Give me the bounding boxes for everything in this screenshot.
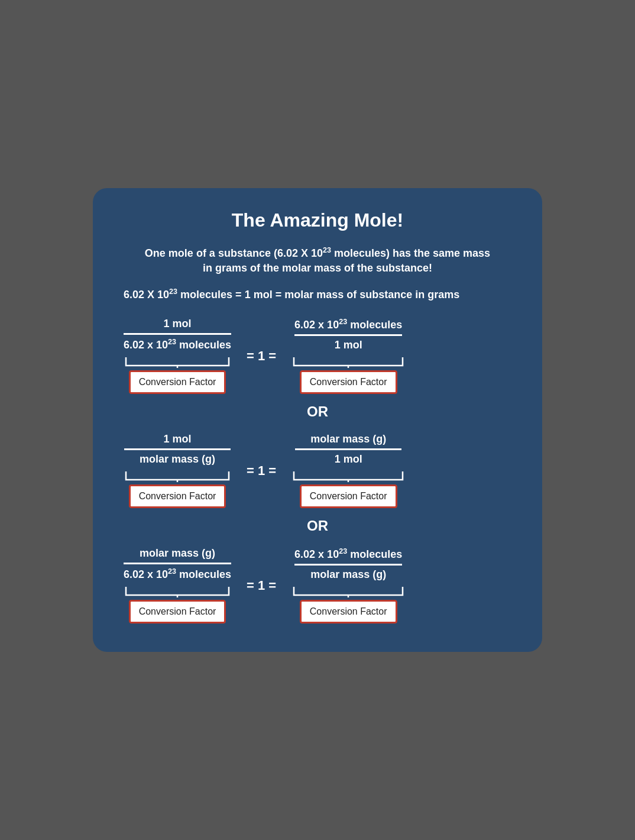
conversion-box-1-left: Conversion Factor <box>129 370 226 394</box>
fraction-right-2: molar mass (g) 1 mol Conversion Factor <box>289 433 407 508</box>
equals-3: = 1 = <box>247 578 276 593</box>
section-2: 1 mol molar mass (g) Conversion Factor =… <box>121 433 514 508</box>
section-3: molar mass (g) 6.02 x 1023 molecules Con… <box>121 547 514 623</box>
section-1: 1 mol 6.02 x 1023 molecules Conversion F… <box>121 318 514 394</box>
equation-line: 6.02 X 1023 molecules = 1 mol = molar ma… <box>121 287 514 301</box>
bracket-svg-3-right <box>289 584 407 597</box>
conversion-box-3-right: Conversion Factor <box>300 600 397 623</box>
frac1-left-num: 1 mol <box>124 318 231 335</box>
main-card: The Amazing Mole! One mole of a substanc… <box>93 188 542 652</box>
conversion-box-3-left: Conversion Factor <box>129 600 226 623</box>
intro-text: One mole of a substance (6.02 X 1023 mol… <box>121 245 514 276</box>
bracket-svg-1-right <box>289 355 407 368</box>
equals-1: = 1 = <box>247 348 276 364</box>
frac2-right-num: molar mass (g) <box>295 433 401 450</box>
frac3-left-den: 6.02 x 1023 molecules <box>124 564 231 581</box>
conversion-box-1-right: Conversion Factor <box>300 370 397 394</box>
pair-block-2: 1 mol molar mass (g) Conversion Factor =… <box>121 433 514 508</box>
bracket-svg-2-right <box>289 469 407 482</box>
conversion-box-2-left: Conversion Factor <box>129 484 226 508</box>
frac2-left-num: 1 mol <box>124 433 231 450</box>
conversion-box-2-right: Conversion Factor <box>300 484 397 508</box>
bracket-svg-2-left <box>121 469 234 482</box>
frac3-right-num: 6.02 x 1023 molecules <box>294 547 402 566</box>
or-1: OR <box>121 403 514 420</box>
brace-area-3-left: Conversion Factor <box>121 584 234 623</box>
brace-area-2-right: Conversion Factor <box>289 469 407 508</box>
brace-area-3-right: Conversion Factor <box>289 584 407 623</box>
frac1-right-den: 1 mol <box>294 336 402 351</box>
frac3-left-num: molar mass (g) <box>124 547 231 564</box>
brace-area-2-left: Conversion Factor <box>121 469 234 508</box>
bracket-svg-1-left <box>121 355 234 368</box>
frac2-right-den: 1 mol <box>295 450 401 466</box>
equals-2: = 1 = <box>247 463 276 479</box>
frac3-right-den: molar mass (g) <box>294 566 402 581</box>
fraction-left-1: 1 mol 6.02 x 1023 molecules Conversion F… <box>121 318 234 394</box>
fraction-right-1: 6.02 x 1023 molecules 1 mol Conversion F… <box>289 318 407 394</box>
pair-block-1: 1 mol 6.02 x 1023 molecules Conversion F… <box>121 318 514 394</box>
pair-block-3: molar mass (g) 6.02 x 1023 molecules Con… <box>121 547 514 623</box>
brace-area-1-right: Conversion Factor <box>289 355 407 394</box>
frac1-right-num: 6.02 x 1023 molecules <box>294 318 402 336</box>
or-2: OR <box>121 518 514 534</box>
fraction-left-2: 1 mol molar mass (g) Conversion Factor <box>121 433 234 508</box>
frac1-left-den: 6.02 x 1023 molecules <box>124 335 231 351</box>
page-title: The Amazing Mole! <box>121 209 514 231</box>
fraction-right-3: 6.02 x 1023 molecules molar mass (g) Con… <box>289 547 407 623</box>
bracket-svg-3-left <box>121 584 234 597</box>
brace-area-1-left: Conversion Factor <box>121 355 234 394</box>
frac2-left-den: molar mass (g) <box>124 450 231 466</box>
fraction-left-3: molar mass (g) 6.02 x 1023 molecules Con… <box>121 547 234 623</box>
